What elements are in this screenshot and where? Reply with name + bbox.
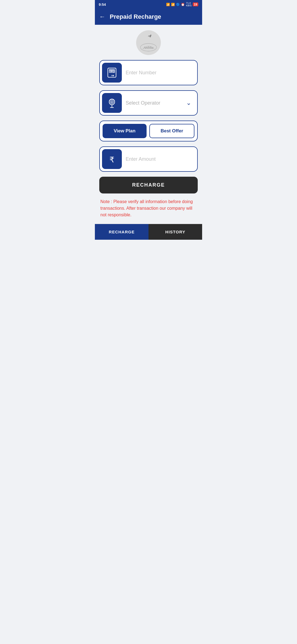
- number-icon: 01 10 0110: [106, 67, 117, 78]
- top-bar: ← Prepaid Recharge: [95, 9, 202, 25]
- svg-point-6: [113, 75, 114, 76]
- alarm-icon: ⏰: [181, 3, 185, 6]
- recharge-button[interactable]: RECHARGE: [99, 177, 198, 193]
- ambika-logo: 𝀀 Ambika: [140, 33, 157, 52]
- ambika-letter: 𝀀: [147, 33, 150, 42]
- signal-icon: 📶: [166, 3, 170, 6]
- svg-text:Ambika: Ambika: [143, 46, 153, 49]
- amount-input[interactable]: [122, 151, 195, 167]
- svg-text:0110: 0110: [109, 72, 113, 74]
- best-offer-button[interactable]: Best Offer: [149, 124, 194, 138]
- operator-card[interactable]: Select Operator ⌄: [99, 90, 198, 116]
- bluetooth-icon: 🔵: [176, 3, 180, 6]
- status-time: 9:54: [99, 2, 106, 7]
- page-title: Prepaid Recharge: [110, 13, 161, 20]
- operator-placeholder: Select Operator: [126, 100, 160, 106]
- number-icon-box: 01 10 0110: [102, 63, 122, 83]
- back-button[interactable]: ←: [99, 13, 105, 20]
- chevron-down-icon: ⌄: [186, 99, 191, 107]
- svg-point-10: [111, 101, 113, 103]
- battery-badge: 19: [193, 2, 198, 6]
- number-input[interactable]: [122, 65, 195, 80]
- operator-select-row[interactable]: Select Operator ⌄: [122, 99, 195, 107]
- amount-icon-box: ₹: [102, 149, 122, 169]
- rupee-icon: ₹: [106, 154, 117, 165]
- status-icons: 📶 📶 🔵 ⏰ 71.0KB/S 19: [166, 2, 198, 7]
- note-text: Note : Please verify all information bef…: [99, 198, 198, 218]
- main-content: 𝀀 Ambika 01 10 0110: [95, 25, 202, 224]
- status-bar: 9:54 📶 📶 🔵 ⏰ 71.0KB/S 19: [95, 0, 202, 9]
- number-card: 01 10 0110: [99, 60, 198, 85]
- ambika-svg: Ambika: [140, 42, 157, 52]
- operator-icon-box: [102, 93, 122, 113]
- bottom-tab-bar: RECHARGE HISTORY: [95, 224, 202, 240]
- svg-point-7: [111, 75, 113, 76]
- svg-text:₹: ₹: [109, 155, 114, 164]
- tab-history[interactable]: HISTORY: [148, 224, 202, 240]
- wifi-icon: 📶: [171, 3, 175, 6]
- speed-label: 71.0KB/S: [186, 2, 192, 7]
- view-plan-button[interactable]: View Plan: [103, 124, 147, 138]
- logo-circle: 𝀀 Ambika: [136, 30, 161, 55]
- amount-card: ₹: [99, 146, 198, 172]
- plan-buttons-card: View Plan Best Offer: [99, 121, 198, 141]
- tab-recharge[interactable]: RECHARGE: [95, 224, 148, 240]
- operator-icon: [106, 97, 117, 108]
